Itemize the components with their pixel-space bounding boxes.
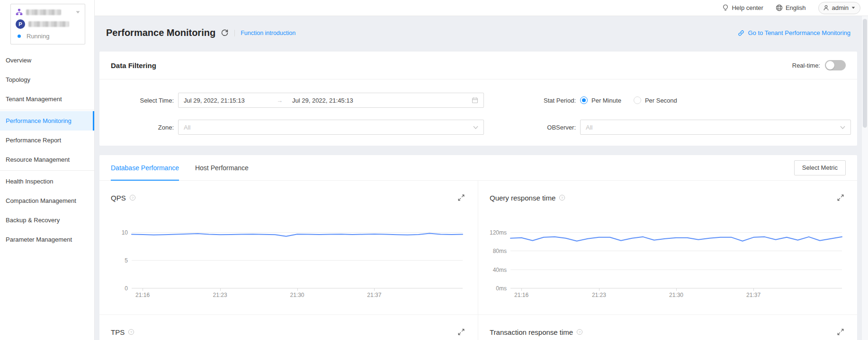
x-axis-tick	[374, 288, 375, 291]
x-axis-label: 21:23	[592, 292, 606, 298]
svg-text:?: ?	[579, 330, 581, 334]
y-axis-label: 0	[111, 285, 128, 292]
realtime-toggle[interactable]	[825, 60, 846, 70]
expand-icon[interactable]	[837, 194, 844, 201]
toggle-knob	[826, 61, 834, 70]
main-area: Help center English admin	[95, 0, 868, 340]
expand-icon[interactable]	[837, 329, 844, 335]
app-root: P Running OverviewTopologyTenant Managem…	[0, 0, 868, 340]
sidebar-item-resource-management[interactable]: Resource Management	[0, 150, 94, 169]
refresh-icon[interactable]	[221, 29, 229, 37]
x-axis-tick	[599, 288, 600, 291]
user-menu[interactable]: admin	[818, 2, 860, 14]
sidebar-item-compaction-management[interactable]: Compaction Management	[0, 191, 94, 210]
chart-card-tps: TPS?	[99, 314, 478, 340]
radio-per-second-label: Per Second	[645, 97, 677, 104]
vertical-divider	[234, 30, 235, 36]
sidebar-menu: OverviewTopologyTenant ManagementPerform…	[0, 51, 94, 249]
observer-label: OBServer:	[488, 124, 576, 131]
help-center-button[interactable]: Help center	[722, 4, 763, 11]
lightbulb-icon	[722, 4, 729, 11]
x-axis-label: 21:37	[746, 292, 761, 298]
page-title: Performance Monitoring	[106, 26, 215, 39]
y-axis-label: 120ms	[490, 229, 507, 236]
select-metric-button[interactable]: Select Metric	[794, 160, 846, 175]
page-content: Performance Monitoring Function introduc…	[95, 16, 868, 340]
chart-plot: 0ms40ms80ms120ms	[510, 233, 842, 288]
help-circle-icon[interactable]: ?	[128, 329, 134, 335]
sidebar-item-backup-recovery[interactable]: Backup & Recovery	[0, 210, 94, 230]
language-button[interactable]: English	[776, 4, 806, 11]
tenant-performance-link[interactable]: Go to Tenant Performance Monitoring	[738, 29, 850, 36]
sidebar-item-health-inspection[interactable]: Health Inspection	[0, 172, 94, 191]
x-axis-tick	[143, 288, 143, 291]
page-header: Performance Monitoring Function introduc…	[99, 16, 857, 39]
cluster-status: Running	[27, 33, 49, 40]
sidebar-item-parameter-management[interactable]: Parameter Management	[0, 230, 94, 249]
time-range-picker[interactable]: Jul 29, 2022, 21:15:13 → Jul 29, 2022, 2…	[178, 93, 484, 108]
time-start-value[interactable]: Jul 29, 2022, 21:15:13	[184, 97, 277, 104]
expand-icon[interactable]	[458, 194, 465, 201]
zone-select[interactable]: All	[178, 120, 484, 135]
radio-per-minute[interactable]: Per Minute	[580, 96, 621, 104]
calendar-icon[interactable]	[472, 97, 478, 104]
sidebar: P Running OverviewTopologyTenant Managem…	[0, 0, 95, 340]
radio-icon-checked	[580, 96, 588, 104]
time-end-value[interactable]: Jul 29, 2022, 21:45:13	[292, 97, 353, 104]
x-axis-label: 21:16	[514, 292, 528, 298]
status-row: Running	[16, 33, 80, 40]
chevron-down-icon	[851, 7, 855, 9]
sidebar-item-performance-report[interactable]: Performance Report	[0, 131, 94, 150]
cluster-row	[16, 9, 80, 16]
chart-title: Query response time	[490, 194, 555, 202]
expand-icon[interactable]	[458, 329, 465, 335]
chart-title: TPS	[111, 328, 125, 336]
chart-title-box: QPS?	[111, 194, 136, 202]
user-label: admin	[832, 4, 849, 11]
tab-database-performance[interactable]: Database Performance	[111, 155, 179, 181]
svg-text:?: ?	[130, 330, 133, 334]
help-circle-icon[interactable]: ?	[559, 194, 565, 201]
scrollbar-thumb[interactable]	[863, 19, 867, 128]
chart-header: Transaction response time?	[490, 326, 844, 338]
help-center-label: Help center	[732, 4, 763, 11]
sidebar-item-topology[interactable]: Topology	[0, 70, 94, 89]
tab-host-performance[interactable]: Host Performance	[195, 155, 249, 181]
y-axis-label: 5	[111, 257, 128, 264]
help-circle-icon[interactable]: ?	[129, 194, 136, 201]
globe-icon	[776, 4, 783, 11]
line-series	[510, 233, 842, 288]
chevron-down-icon	[473, 126, 478, 129]
vertical-scrollbar[interactable]	[861, 16, 868, 340]
user-icon	[823, 5, 829, 11]
sidebar-item-overview[interactable]: Overview	[0, 51, 94, 70]
sidebar-item-tenant-management[interactable]: Tenant Management	[0, 89, 94, 109]
chart-title: QPS	[111, 194, 126, 202]
chart-x-axis: 21:1621:2321:3021:37	[132, 288, 463, 300]
language-label: English	[786, 4, 806, 11]
observer-select[interactable]: All	[580, 120, 851, 135]
tenant-row: P	[16, 19, 80, 29]
chart-x-axis: 21:1621:2321:3021:37	[510, 288, 842, 300]
x-axis-label: 21:30	[290, 292, 304, 298]
cluster-selector[interactable]: P Running	[10, 4, 85, 44]
function-introduction-link[interactable]: Function introduction	[241, 30, 295, 36]
tabs-row: Database Performance Host Performance Se…	[99, 155, 857, 181]
tenant-performance-link-label: Go to Tenant Performance Monitoring	[748, 29, 850, 36]
realtime-control: Real-time:	[792, 60, 846, 70]
sidebar-group-divider	[0, 110, 94, 110]
chart-header: QPS?	[111, 192, 465, 203]
sidebar-group-divider	[0, 170, 94, 171]
filter-title: Data Filtering	[111, 61, 156, 70]
x-axis-tick	[220, 288, 221, 291]
x-axis-tick	[753, 288, 754, 291]
x-axis-label: 21:37	[367, 292, 381, 298]
cluster-name-redacted	[26, 9, 61, 15]
help-circle-icon[interactable]: ?	[576, 329, 583, 335]
sidebar-item-performance-monitoring[interactable]: Performance Monitoring	[0, 111, 94, 131]
range-arrow-icon: →	[277, 97, 283, 104]
x-axis-label: 21:16	[135, 292, 150, 298]
radio-per-second[interactable]: Per Second	[634, 96, 677, 104]
chevron-down-icon[interactable]	[76, 11, 80, 14]
chart-header: TPS?	[111, 326, 465, 338]
